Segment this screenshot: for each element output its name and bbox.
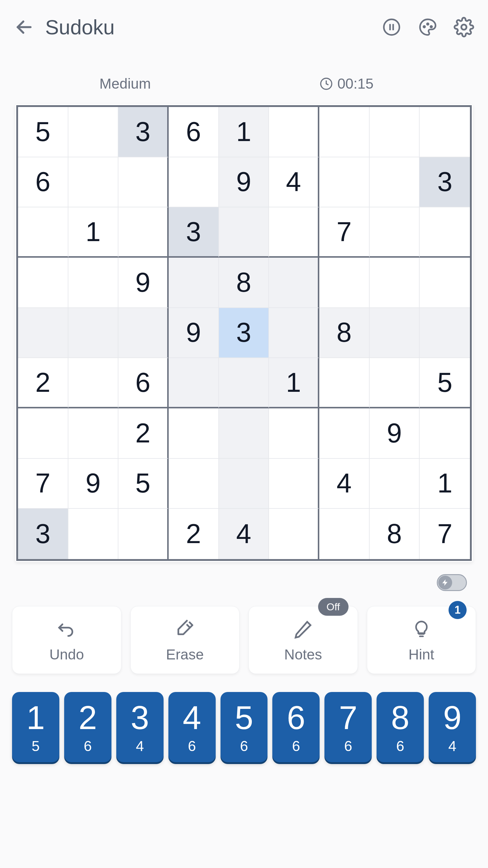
numpad-1[interactable]: 15 — [12, 692, 59, 762]
cell-r5-c2[interactable]: 6 — [119, 358, 169, 408]
cell-r8-c5[interactable] — [269, 509, 319, 559]
numpad-6[interactable]: 66 — [272, 692, 320, 762]
cell-r6-c0[interactable] — [18, 408, 68, 459]
cell-r3-c1[interactable] — [68, 258, 119, 308]
cell-r3-c6[interactable] — [319, 258, 369, 308]
pause-icon[interactable] — [380, 15, 404, 39]
cell-r6-c1[interactable] — [68, 408, 119, 459]
cell-r0-c6[interactable] — [319, 107, 369, 157]
numpad-3[interactable]: 34 — [116, 692, 164, 762]
cell-r8-c6[interactable] — [319, 509, 369, 559]
cell-r8-c3[interactable]: 2 — [169, 509, 219, 559]
cell-r4-c4[interactable]: 3 — [219, 308, 269, 358]
cell-r2-c6[interactable]: 7 — [319, 207, 369, 258]
cell-r7-c3[interactable] — [169, 459, 219, 509]
cell-r6-c3[interactable] — [169, 408, 219, 459]
cell-r5-c3[interactable] — [169, 358, 219, 408]
cell-r5-c1[interactable] — [68, 358, 119, 408]
cell-r5-c6[interactable] — [319, 358, 369, 408]
cell-r2-c8[interactable] — [420, 207, 470, 258]
cell-r4-c8[interactable] — [420, 308, 470, 358]
cell-r4-c6[interactable]: 8 — [319, 308, 369, 358]
cell-r4-c2[interactable] — [119, 308, 169, 358]
cell-r8-c0[interactable]: 3 — [18, 509, 68, 559]
undo-button[interactable]: Undo — [12, 606, 121, 674]
cell-r4-c0[interactable] — [18, 308, 68, 358]
cell-r5-c7[interactable] — [369, 358, 420, 408]
cell-r8-c8[interactable]: 7 — [420, 509, 470, 559]
cell-r8-c2[interactable] — [119, 509, 169, 559]
cell-r1-c4[interactable]: 9 — [219, 157, 269, 208]
cell-r2-c2[interactable] — [119, 207, 169, 258]
cell-r2-c7[interactable] — [369, 207, 420, 258]
numpad-9[interactable]: 94 — [429, 692, 476, 762]
cell-r1-c3[interactable] — [169, 157, 219, 208]
cell-r1-c1[interactable] — [68, 157, 119, 208]
cell-r6-c6[interactable] — [319, 408, 369, 459]
cell-r6-c7[interactable]: 9 — [369, 408, 420, 459]
cell-r8-c7[interactable]: 8 — [369, 509, 420, 559]
cell-r0-c1[interactable] — [68, 107, 119, 157]
cell-r0-c3[interactable]: 6 — [169, 107, 219, 157]
cell-r5-c4[interactable] — [219, 358, 269, 408]
numpad-digit: 4 — [183, 701, 201, 734]
cell-r7-c4[interactable] — [219, 459, 269, 509]
cell-r3-c4[interactable]: 8 — [219, 258, 269, 308]
cell-r5-c0[interactable]: 2 — [18, 358, 68, 408]
cell-r0-c4[interactable]: 1 — [219, 107, 269, 157]
cell-r7-c2[interactable]: 5 — [119, 459, 169, 509]
cell-r4-c1[interactable] — [68, 308, 119, 358]
cell-r1-c5[interactable]: 4 — [269, 157, 319, 208]
cell-r1-c6[interactable] — [319, 157, 369, 208]
cell-r1-c2[interactable] — [119, 157, 169, 208]
cell-r7-c7[interactable] — [369, 459, 420, 509]
cell-r3-c2[interactable]: 9 — [119, 258, 169, 308]
cell-r0-c8[interactable] — [420, 107, 470, 157]
cell-r1-c7[interactable] — [369, 157, 420, 208]
cell-r0-c7[interactable] — [369, 107, 420, 157]
notes-button[interactable]: Off Notes — [249, 606, 358, 674]
cell-r3-c5[interactable] — [269, 258, 319, 308]
cell-r7-c8[interactable]: 1 — [420, 459, 470, 509]
cell-r2-c4[interactable] — [219, 207, 269, 258]
cell-r1-c8[interactable]: 3 — [420, 157, 470, 208]
cell-r3-c7[interactable] — [369, 258, 420, 308]
palette-icon[interactable] — [416, 15, 440, 39]
numpad-7[interactable]: 76 — [324, 692, 372, 762]
cell-r5-c5[interactable]: 1 — [269, 358, 319, 408]
cell-r4-c3[interactable]: 9 — [169, 308, 219, 358]
numpad-5[interactable]: 56 — [221, 692, 268, 762]
cell-r1-c0[interactable]: 6 — [18, 157, 68, 208]
cell-r0-c2[interactable]: 3 — [119, 107, 169, 157]
cell-r0-c0[interactable]: 5 — [18, 107, 68, 157]
cell-r5-c8[interactable]: 5 — [420, 358, 470, 408]
cell-r2-c5[interactable] — [269, 207, 319, 258]
cell-r3-c0[interactable] — [18, 258, 68, 308]
cell-r7-c5[interactable] — [269, 459, 319, 509]
cell-r8-c4[interactable]: 4 — [219, 509, 269, 559]
hint-button[interactable]: 1 Hint — [367, 606, 476, 674]
cell-r6-c5[interactable] — [269, 408, 319, 459]
cell-r7-c1[interactable]: 9 — [68, 459, 119, 509]
cell-r4-c7[interactable] — [369, 308, 420, 358]
cell-r7-c0[interactable]: 7 — [18, 459, 68, 509]
numpad-2[interactable]: 26 — [64, 692, 111, 762]
cell-r7-c6[interactable]: 4 — [319, 459, 369, 509]
cell-r4-c5[interactable] — [269, 308, 319, 358]
numpad-8[interactable]: 86 — [377, 692, 424, 762]
numpad-4[interactable]: 46 — [168, 692, 216, 762]
cell-r3-c8[interactable] — [420, 258, 470, 308]
gear-icon[interactable] — [452, 15, 476, 39]
cell-r3-c3[interactable] — [169, 258, 219, 308]
cell-r2-c1[interactable]: 1 — [68, 207, 119, 258]
cell-r6-c8[interactable] — [420, 408, 470, 459]
fast-mode-toggle[interactable] — [437, 574, 467, 591]
cell-r6-c2[interactable]: 2 — [119, 408, 169, 459]
cell-r6-c4[interactable] — [219, 408, 269, 459]
cell-r8-c1[interactable] — [68, 509, 119, 559]
cell-r2-c3[interactable]: 3 — [169, 207, 219, 258]
erase-button[interactable]: Erase — [130, 606, 240, 674]
cell-r2-c0[interactable] — [18, 207, 68, 258]
back-arrow-icon[interactable] — [12, 15, 36, 39]
cell-r0-c5[interactable] — [269, 107, 319, 157]
